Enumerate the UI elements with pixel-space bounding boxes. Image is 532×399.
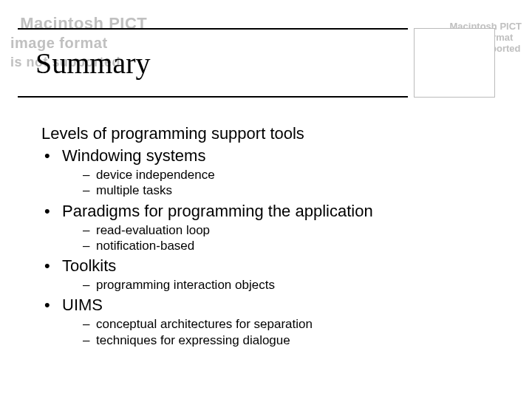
slide-title: Summary — [35, 46, 151, 81]
bullet-item: Paradigms for programming the applicatio… — [41, 202, 502, 254]
bullet-label: Paradigms for programming the applicatio… — [62, 202, 373, 220]
sub-list: conceptual architectures for separation … — [62, 316, 502, 348]
rule-top — [18, 28, 408, 30]
bullet-label: Toolkits — [62, 256, 116, 275]
sub-list: read-evaluation loop notification-based — [62, 222, 502, 254]
bullet-label: Windowing systems — [62, 146, 205, 165]
sub-item: conceptual architectures for separation — [83, 316, 502, 332]
bullet-item: UIMS conceptual architectures for separa… — [41, 296, 502, 348]
bullet-label: UIMS — [62, 296, 103, 314]
sub-item: notification-based — [83, 238, 502, 253]
intro-line: Levels of programming support tools — [41, 124, 502, 143]
sub-item: device independence — [83, 167, 502, 183]
bullet-item: Toolkits programming interaction objects — [41, 256, 502, 293]
pict-placeholder-box — [414, 28, 495, 98]
sub-item: techniques for expressing dialogue — [83, 332, 502, 348]
sub-list: programming interaction objects — [62, 277, 502, 293]
bullet-item: Windowing systems device independence mu… — [41, 146, 502, 199]
bullet-list: Windowing systems device independence mu… — [41, 146, 502, 348]
sub-item: read-evaluation loop — [83, 222, 502, 238]
slide-body: Levels of programming support tools Wind… — [41, 124, 502, 348]
warn-top-l1: Macintosh PICT — [20, 14, 147, 33]
sub-item: programming interaction objects — [83, 277, 502, 293]
sub-item: multiple tasks — [83, 183, 502, 198]
sub-list: device independence multiple tasks — [62, 167, 502, 199]
rule-bottom — [18, 96, 408, 98]
